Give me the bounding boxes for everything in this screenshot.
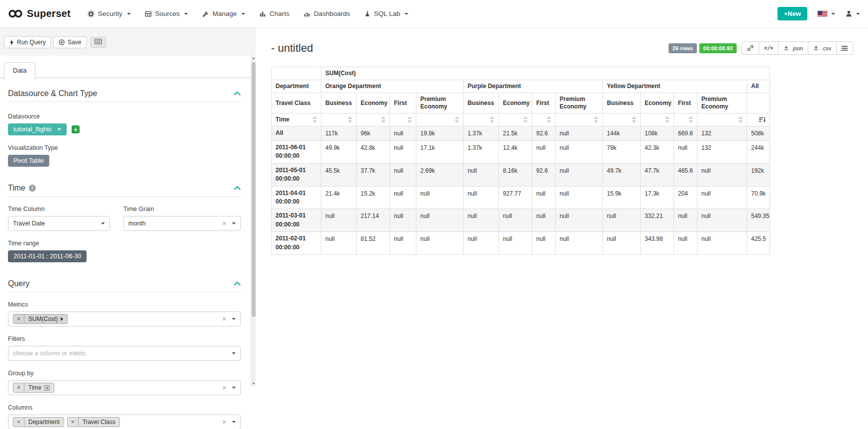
share-link-button[interactable] [742, 41, 759, 55]
remove-token-icon[interactable]: × [13, 418, 24, 427]
sort-icon[interactable] [547, 116, 551, 123]
sort-icon[interactable] [632, 116, 636, 123]
columns-token[interactable]: × Department [13, 417, 64, 427]
pivot-cell: null [556, 232, 603, 255]
nav-sql-lab[interactable]: SQL Lab [364, 10, 409, 17]
sort-icon[interactable] [523, 116, 528, 123]
pivot-row-dim-header[interactable]: Time [272, 113, 321, 126]
pivot-sort-header[interactable] [357, 113, 390, 126]
section-time[interactable]: Time i [8, 184, 241, 197]
section-datasource-chart-type[interactable]: Datasource & Chart Type [8, 89, 241, 102]
pivot-sort-header[interactable] [464, 113, 499, 126]
datasource-button[interactable]: tutorial_flights [8, 123, 67, 135]
viz-type-value: Pivot Table [13, 157, 44, 164]
pivot-sort-header[interactable] [603, 113, 641, 126]
nav-sql-lab-label: SQL Lab [374, 10, 400, 17]
pivot-cell: 508k [747, 126, 770, 141]
sort-icon[interactable] [688, 116, 693, 123]
add-datasource-icon[interactable]: + [72, 125, 80, 133]
columns-select[interactable]: × Department × Travel Class × [8, 415, 241, 429]
pivot-sort-header[interactable] [747, 113, 770, 126]
pivot-sort-header[interactable] [416, 113, 464, 126]
brand-name: Superset [27, 8, 71, 19]
pivot-cell: null [532, 141, 556, 164]
pivot-sort-header[interactable] [390, 113, 416, 126]
pivot-cell: 465.6 [674, 163, 697, 186]
user-menu[interactable] [845, 10, 860, 17]
nav-charts[interactable]: Charts [259, 10, 289, 17]
superset-logo[interactable]: Superset [8, 8, 71, 19]
time-grain-select[interactable]: month × [123, 216, 241, 231]
chart-menu-button[interactable] [836, 41, 853, 55]
metrics-select[interactable]: × SUM(Cost) × [8, 312, 241, 326]
chevron-down-icon [856, 13, 860, 15]
sort-icon[interactable] [312, 116, 317, 123]
pivot-cell: null [416, 186, 464, 209]
pivot-sort-header[interactable] [641, 113, 674, 126]
sort-icon[interactable] [455, 116, 459, 123]
time-range-button[interactable]: 2011-01-01 : 2011-06-30 [8, 250, 87, 262]
keyboard-shortcuts-button[interactable] [91, 37, 106, 48]
nav-security[interactable]: Security [88, 10, 131, 17]
scrollbar-thumb[interactable] [252, 62, 256, 317]
clear-icon[interactable]: × [222, 419, 226, 426]
chevron-up-icon[interactable] [234, 282, 241, 286]
clear-icon[interactable]: × [222, 316, 226, 322]
language-selector[interactable] [817, 10, 835, 17]
save-button[interactable]: Save [53, 36, 87, 48]
pivot-sort-header[interactable] [674, 113, 697, 126]
panel-scrollbar[interactable] [251, 56, 256, 386]
link-icon [747, 45, 754, 51]
clear-icon[interactable]: × [222, 220, 226, 227]
sort-icon[interactable] [665, 116, 670, 123]
remove-token-icon[interactable]: × [13, 383, 24, 392]
sort-icon[interactable] [738, 116, 743, 123]
metric-token[interactable]: × SUM(Cost) [13, 314, 68, 324]
pivot-cell: null [390, 209, 416, 232]
groupby-select[interactable]: × Time i × [8, 380, 241, 395]
pivot-sort-header[interactable] [556, 113, 603, 126]
sort-icon[interactable] [490, 116, 494, 123]
run-query-button[interactable]: Run Query [4, 36, 51, 48]
nav-dashboards[interactable]: Dashboards [303, 10, 350, 17]
pivot-sort-header[interactable] [321, 113, 357, 126]
main-nav: Security Sources Manage [88, 10, 408, 17]
sort-amount-desc-icon[interactable] [759, 117, 766, 123]
tab-data[interactable]: Data [4, 62, 35, 79]
chevron-up-icon[interactable] [234, 186, 241, 190]
nav-sources[interactable]: Sources [145, 10, 189, 17]
pivot-sort-header[interactable] [697, 113, 747, 126]
new-button[interactable]: +New [777, 7, 807, 20]
view-query-button[interactable]: </> [759, 41, 778, 55]
pivot-cell: 12.4k [499, 141, 532, 164]
sort-icon[interactable] [348, 116, 352, 123]
query-duration-badge: 00:00:00.93 [699, 43, 737, 53]
nav-manage[interactable]: Manage [202, 10, 245, 17]
export-json-button[interactable]: .json [778, 41, 808, 55]
pivot-sort-header[interactable] [499, 113, 532, 126]
table-icon [145, 10, 152, 17]
section-query[interactable]: Query [8, 279, 241, 292]
export-csv-button[interactable]: .csv [808, 41, 837, 55]
pivot-subcol-header: Economy [641, 93, 674, 113]
scroll-up-icon[interactable] [252, 57, 255, 59]
columns-token[interactable]: × Travel Class [67, 417, 120, 427]
remove-token-icon[interactable]: × [68, 418, 79, 427]
chart-title[interactable]: - untitled [271, 42, 313, 55]
cogs-icon [88, 10, 95, 17]
remove-token-icon[interactable]: × [13, 315, 24, 323]
clear-icon[interactable]: × [222, 384, 226, 391]
time-column-select[interactable]: Travel Date [8, 216, 110, 231]
sort-icon[interactable] [594, 116, 598, 123]
viz-type-button[interactable]: Pivot Table [8, 155, 49, 167]
hamburger-menu-icon [842, 46, 848, 51]
pivot-sort-header[interactable] [532, 113, 556, 126]
pivot-cell: null [603, 209, 641, 232]
sort-icon[interactable] [381, 116, 386, 123]
pivot-cell: null [697, 232, 747, 255]
filters-select[interactable]: choose a column or metric [8, 346, 241, 361]
scroll-down-icon[interactable] [252, 383, 255, 385]
sort-icon[interactable] [407, 116, 412, 123]
chevron-up-icon[interactable] [234, 92, 241, 96]
groupby-token[interactable]: × Time i [13, 383, 54, 393]
